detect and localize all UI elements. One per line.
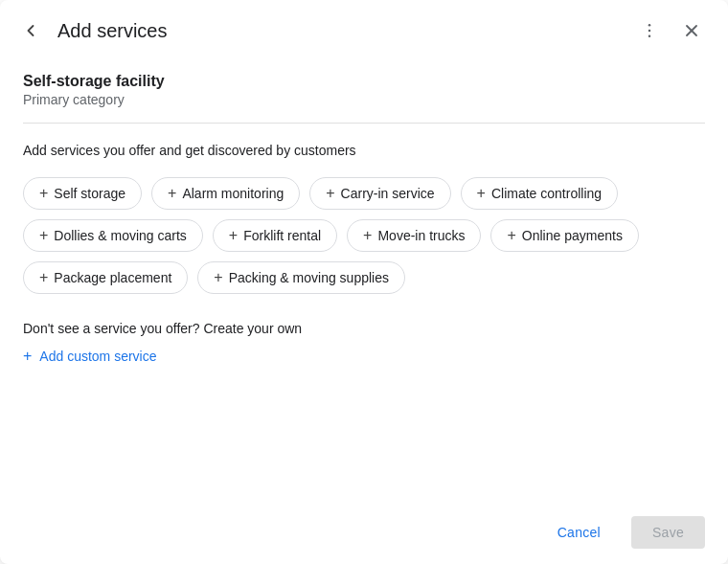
plus-icon: + [477, 186, 486, 201]
service-label: Package placement [54, 270, 171, 285]
svg-point-0 [648, 24, 651, 27]
service-chip-packing-moving-supplies[interactable]: +Packing & moving supplies [197, 261, 405, 294]
add-custom-label: Add custom service [39, 349, 156, 364]
header-left: Add services [15, 15, 632, 46]
service-label: Self storage [54, 186, 125, 201]
page-title: Add services [57, 20, 168, 42]
svg-point-1 [648, 30, 651, 33]
plus-icon: + [229, 228, 238, 243]
service-chip-online-payments[interactable]: +Online payments [490, 219, 638, 252]
plus-icon: + [39, 228, 48, 243]
custom-section: Don't see a service you offer? Create yo… [23, 321, 705, 365]
plus-icon: + [168, 186, 176, 201]
services-grid: +Self storage+Alarm monitoring+Carry-in … [23, 177, 705, 294]
plus-icon: + [326, 186, 334, 201]
dialog-content: Self-storage facility Primary category A… [0, 57, 728, 505]
service-chip-alarm-monitoring[interactable]: +Alarm monitoring [151, 177, 300, 210]
service-chip-package-placement[interactable]: +Package placement [23, 261, 188, 294]
service-label: Dollies & moving carts [54, 228, 187, 243]
dialog-header: Add services [0, 0, 728, 57]
service-chip-forklift-rental[interactable]: +Forklift rental [213, 219, 337, 252]
add-services-dialog: Add services Self-storage facility Prima… [0, 0, 728, 564]
service-label: Climate controlling [491, 186, 602, 201]
plus-icon: + [214, 270, 222, 285]
divider [23, 123, 705, 124]
plus-icon: + [23, 348, 32, 365]
header-right [632, 13, 709, 48]
service-chip-dollies-moving-carts[interactable]: +Dollies & moving carts [23, 219, 203, 252]
service-label: Alarm monitoring [182, 186, 284, 201]
plus-icon: + [39, 186, 48, 201]
service-label: Online payments [522, 228, 623, 243]
plus-icon: + [363, 228, 372, 243]
service-chip-carry-in-service[interactable]: +Carry-in service [309, 177, 450, 210]
custom-hint: Don't see a service you offer? Create yo… [23, 321, 705, 336]
add-custom-service-button[interactable]: + Add custom service [23, 348, 157, 365]
back-button[interactable] [15, 15, 46, 46]
service-chip-self-storage[interactable]: +Self storage [23, 177, 142, 210]
primary-category: Primary category [23, 92, 705, 107]
more-options-button[interactable] [632, 13, 667, 48]
facility-name: Self-storage facility [23, 73, 705, 90]
service-label: Packing & moving supplies [229, 270, 389, 285]
save-button[interactable]: Save [631, 516, 705, 549]
cancel-button[interactable]: Cancel [536, 516, 622, 549]
plus-icon: + [507, 228, 515, 243]
close-button[interactable] [674, 13, 709, 48]
plus-icon: + [39, 270, 48, 285]
dialog-footer: Cancel Save [0, 505, 728, 564]
service-label: Forklift rental [243, 228, 321, 243]
service-chip-move-in-trucks[interactable]: +Move-in trucks [347, 219, 481, 252]
description-text: Add services you offer and get discovere… [23, 143, 705, 158]
service-chip-climate-controlling[interactable]: +Climate controlling [461, 177, 619, 210]
service-label: Carry-in service [341, 186, 435, 201]
svg-point-2 [648, 35, 651, 38]
service-label: Move-in trucks [377, 228, 465, 243]
